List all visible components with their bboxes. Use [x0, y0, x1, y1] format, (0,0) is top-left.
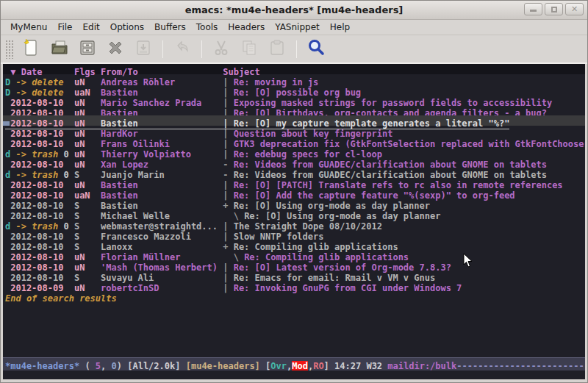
menu-item-headers[interactable]: Headers	[223, 21, 270, 34]
minimize-icon	[530, 10, 537, 12]
search-icon	[306, 38, 326, 60]
open-file-button[interactable]	[47, 38, 72, 60]
message-row[interactable]: 2012-08-10 S Lanoxx + Re: Compiling glib…	[3, 239, 585, 249]
new-file-icon	[22, 38, 41, 60]
message-row[interactable]: d -> trash 0 S Juanjo Marin - Re: Videos…	[3, 167, 585, 177]
message-row[interactable]: 2012-08-10 uN HardKor | Question about k…	[3, 126, 585, 136]
window-controls: ✕	[524, 3, 584, 15]
copy-icon	[240, 38, 259, 60]
save-buffer-icon	[134, 38, 153, 60]
menu-item-help[interactable]: Help	[325, 21, 355, 34]
message-row[interactable]: 2012-08-10 uN Xan Lopez - Re: Videos fro…	[3, 157, 585, 167]
cut-button	[209, 38, 234, 60]
menu-item-tools[interactable]: Tools	[191, 21, 223, 34]
paste-button	[265, 38, 290, 60]
message-row[interactable]: 2012-08-10 uN Bastien | Re: [O] [PATCH] …	[3, 177, 585, 187]
menu-item-edit[interactable]: Edit	[78, 21, 105, 34]
message-row[interactable]: 2012-08-10 uN 'Mash (Thomas Herbert) | R…	[3, 259, 585, 270]
dired-button[interactable]	[75, 38, 100, 60]
dired-icon	[78, 38, 97, 60]
mode-line: *mu4e-headers* ( 5, 0) [All/2.0k] [mu4e-…	[3, 357, 585, 371]
mouse-cursor	[463, 253, 473, 268]
header-line: ▼ Date Flgs From/To Subject	[3, 64, 585, 74]
message-row[interactable]: 2012-08-10 uN Mario Sanchez Prada | Expo…	[3, 95, 585, 105]
message-row[interactable]: d -> trash 0 S webmaster@straightd... | …	[3, 218, 585, 229]
open-file-icon	[50, 38, 69, 60]
message-row[interactable]: 2012-08-10 S Bastien + Re: [O] Using org…	[3, 198, 585, 208]
maximize-icon	[551, 7, 557, 12]
tool-bar	[1, 35, 587, 64]
close-icon: ✕	[566, 4, 583, 14]
mu4e-headers-buffer[interactable]: ▼ Date Flgs From/To Subject D -> delete …	[3, 64, 585, 357]
menu-item-mymenu[interactable]: MyMenu	[5, 21, 52, 34]
message-row[interactable]: D -> delete uaN Bastien | Re: [O] possib…	[3, 85, 585, 95]
close-button[interactable]: ✕	[565, 3, 584, 15]
close-buffer-icon	[106, 38, 125, 60]
maximize-button[interactable]	[545, 3, 563, 15]
message-row[interactable]: 2012-08-10 S Michael Welle \ Re: [O] Usi…	[3, 208, 585, 218]
message-row[interactable]: 2012-08-10 S Suvayu Ali | Re: Emacs for …	[3, 270, 585, 280]
window-title: emacs: *mu4e-headers* [mu4e-headers]	[185, 4, 404, 15]
minimize-button[interactable]	[524, 3, 542, 15]
message-row[interactable]: 2012-08-09 uN robertcInSD | Re: Invoking…	[3, 280, 585, 290]
close-buffer-button[interactable]	[103, 38, 128, 60]
undo-icon	[173, 38, 192, 60]
message-row[interactable]: 2012-08-10 uN Frans Oilinki | GTK3 depre…	[3, 136, 585, 146]
menu-item-file[interactable]: File	[52, 21, 77, 34]
menu-bar: MyMenuFileEditOptionsBuffersToolsHeaders…	[1, 20, 587, 35]
end-of-results: End of search results	[3, 290, 585, 301]
toolbar-separator	[201, 40, 202, 58]
paste-icon	[268, 38, 287, 60]
message-row-current[interactable]: 2012-08-10 uN Bastien | Re: [O] my captu…	[3, 115, 585, 126]
menu-item-buffers[interactable]: Buffers	[149, 21, 191, 34]
undo-button	[170, 38, 195, 60]
copy-button	[237, 38, 262, 60]
message-list: D -> delete uN Andreas Röhler | Re: movi…	[3, 74, 585, 290]
echo-area[interactable]	[3, 371, 585, 379]
menu-item-yasnippet[interactable]: YASnippet	[270, 21, 325, 34]
new-file-button[interactable]	[19, 38, 44, 60]
toolbar-separator	[296, 40, 297, 58]
emacs-window: emacs: *mu4e-headers* [mu4e-headers] ✕ M…	[0, 0, 588, 383]
message-row[interactable]: d -> trash 0 uN Thierry Volpiatto | Re: …	[3, 146, 585, 157]
toolbar-separator	[162, 40, 163, 58]
title-bar[interactable]: emacs: *mu4e-headers* [mu4e-headers] ✕	[1, 1, 587, 20]
message-row[interactable]: 2012-08-10 uN Bastien | Re: [O] Birthday…	[3, 105, 585, 115]
message-row[interactable]: 2012-08-10 uaN Bastien | Re: [O] Add the…	[3, 187, 585, 198]
menu-item-options[interactable]: Options	[105, 21, 149, 34]
toolbar-grip-handle[interactable]	[5, 40, 13, 59]
message-row[interactable]: 2012-08-10 uN Florian Müllner \ Re: Comp…	[3, 249, 585, 259]
message-row[interactable]: 2012-08-10 S Francesco Mazzoli | Slow NN…	[3, 229, 585, 239]
cut-icon	[212, 38, 231, 60]
message-row[interactable]: D -> delete uN Andreas Röhler | Re: movi…	[3, 74, 585, 85]
search-button[interactable]	[304, 38, 329, 60]
window-frame-bottom	[1, 379, 587, 382]
save-buffer-button	[131, 38, 156, 60]
